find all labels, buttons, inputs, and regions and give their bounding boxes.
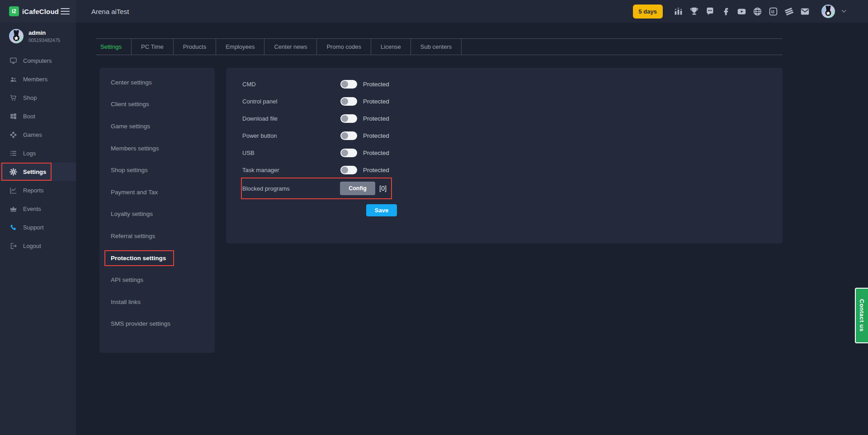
nav-item-label: API settings (111, 276, 143, 283)
contact-us-tab[interactable]: Contact us (855, 288, 868, 343)
nav-item-members-settings[interactable]: Members settings (99, 137, 215, 159)
toggle-status-label: Protected (363, 98, 389, 105)
crown-icon (9, 205, 17, 213)
protection-row-usb: USB Protected (242, 144, 783, 161)
sidebar-item-settings[interactable]: Settings (0, 163, 76, 181)
sidebar-item-label: Support (23, 224, 44, 231)
nav-item-label: Members settings (111, 145, 159, 152)
chevron-down-icon[interactable] (841, 9, 846, 13)
protection-toggle-rows: CMD Protected Control panel Protected Do… (226, 68, 783, 178)
sidebar-item-boot[interactable]: Boot (0, 107, 76, 126)
user-avatar[interactable] (821, 5, 835, 18)
power-button-toggle[interactable] (340, 131, 357, 140)
windows-icon (9, 112, 17, 120)
sidebar-item-label: Reports (23, 187, 44, 194)
sidebar-item-members[interactable]: Members (0, 70, 76, 89)
tab-license[interactable]: License (371, 39, 411, 55)
logout-icon (9, 242, 17, 250)
sidebar-avatar (9, 29, 24, 43)
hamburger-menu-icon[interactable] (61, 8, 70, 14)
toggle-knob (341, 81, 348, 88)
blocked-programs-count: [0] (379, 185, 387, 192)
sidebar-user[interactable]: admin 005193482475 (0, 23, 76, 43)
cart-icon (9, 94, 17, 102)
blocked-programs-label: Blocked programs (242, 185, 340, 192)
sidebar-item-label: Logout (23, 243, 41, 249)
facebook-icon[interactable] (721, 7, 731, 16)
nav-item-client-settings[interactable]: Client settings (99, 94, 215, 116)
sidebar-item-label: Games (23, 131, 42, 138)
row-label: Power button (242, 132, 340, 139)
annotation-box-protection-settings: Protection settings (104, 250, 174, 266)
control-panel-toggle[interactable] (340, 97, 357, 106)
protection-row-control-panel: Control panel Protected (242, 93, 783, 110)
topbar: i2 iCafeCloud Arena aiTest 5 days i2 (0, 0, 868, 23)
nav-item-payment-and-tax[interactable]: Payment and Tax (99, 181, 215, 203)
toggle-status-label: Protected (363, 115, 389, 122)
nav-item-label: Client settings (111, 101, 149, 108)
annotation-box-blocked-programs: Blocked programs Config [0] (241, 178, 392, 199)
sidebar-item-computers[interactable]: Computers (0, 51, 76, 70)
nav-item-install-links[interactable]: Install links (99, 291, 215, 313)
config-button[interactable]: Config (340, 182, 375, 195)
save-button[interactable]: Save (366, 204, 397, 216)
sidebar: admin 005193482475 Computers Members Sho… (0, 23, 76, 435)
task-manager-toggle[interactable] (340, 166, 357, 174)
cmd-toggle[interactable] (340, 80, 357, 89)
tab-settings[interactable]: Settings (96, 39, 132, 55)
nav-item-api-settings[interactable]: API settings (99, 269, 215, 291)
sidebar-item-label: Shop (23, 94, 37, 101)
tab-center-news[interactable]: Center news (264, 39, 317, 55)
toggle-status-label: Protected (363, 81, 389, 88)
phone-icon (9, 224, 17, 231)
tab-sub-centers[interactable]: Sub centers (411, 39, 462, 55)
ranking-icon[interactable] (674, 7, 683, 16)
protection-row-cmd: CMD Protected (242, 75, 783, 93)
tab-pc-time[interactable]: PC Time (132, 39, 174, 55)
trophy-icon[interactable] (689, 7, 699, 16)
tab-employees[interactable]: Employees (216, 39, 264, 55)
sidebar-item-games[interactable]: Games (0, 126, 76, 144)
sidebar-item-reports[interactable]: Reports (0, 181, 76, 200)
nav-item-shop-settings[interactable]: Shop settings (99, 159, 215, 181)
sidebar-item-logout[interactable]: Logout (0, 237, 76, 255)
license-days-badge[interactable]: 5 days (633, 5, 663, 19)
sidebar-item-logs[interactable]: Logs (0, 144, 76, 163)
sidebar-item-shop[interactable]: Shop (0, 89, 76, 107)
nav-item-referral-settings[interactable]: Referral settings (99, 225, 215, 247)
nav-item-label: Shop settings (111, 167, 148, 173)
nav-item-sms-provider-settings[interactable]: SMS provider settings (99, 313, 215, 335)
sidebar-item-support[interactable]: Support (0, 218, 76, 237)
row-label: Download file (242, 115, 340, 122)
icafecloud-icon[interactable]: i2 (769, 7, 778, 16)
users-icon (9, 75, 17, 83)
toggle-status-label: Protected (363, 150, 389, 156)
nav-item-loyalty-settings[interactable]: Loyalty settings (99, 203, 215, 225)
toggle-knob (341, 167, 348, 173)
sidebar-item-events[interactable]: Events (0, 200, 76, 218)
toggle-knob (341, 115, 348, 122)
nav-item-label: Referral settings (111, 233, 155, 239)
tab-promo-codes[interactable]: Promo codes (317, 39, 371, 55)
row-label: CMD (242, 81, 340, 88)
nav-item-protection-settings[interactable]: Protection settings (99, 247, 215, 269)
discord-icon[interactable] (705, 7, 715, 16)
brand-logo[interactable]: i2 iCafeCloud (9, 6, 59, 16)
nav-item-label: Install links (111, 299, 141, 305)
youtube-icon[interactable] (737, 7, 746, 16)
toggle-knob (341, 98, 348, 105)
toggle-knob (341, 132, 348, 139)
download-file-toggle[interactable] (340, 114, 357, 123)
usb-toggle[interactable] (340, 149, 357, 157)
monitor-icon (9, 57, 17, 65)
nav-item-center-settings[interactable]: Center settings (99, 71, 215, 94)
globe-icon[interactable] (753, 7, 762, 16)
toggle-knob (341, 150, 348, 156)
layers-icon[interactable] (784, 7, 794, 16)
tab-products[interactable]: Products (174, 39, 216, 55)
nav-item-label: Game settings (111, 123, 150, 130)
user-id: 005193482475 (28, 37, 60, 43)
nav-item-game-settings[interactable]: Game settings (99, 115, 215, 137)
mail-icon[interactable] (800, 7, 810, 16)
row-label: Control panel (242, 98, 340, 105)
